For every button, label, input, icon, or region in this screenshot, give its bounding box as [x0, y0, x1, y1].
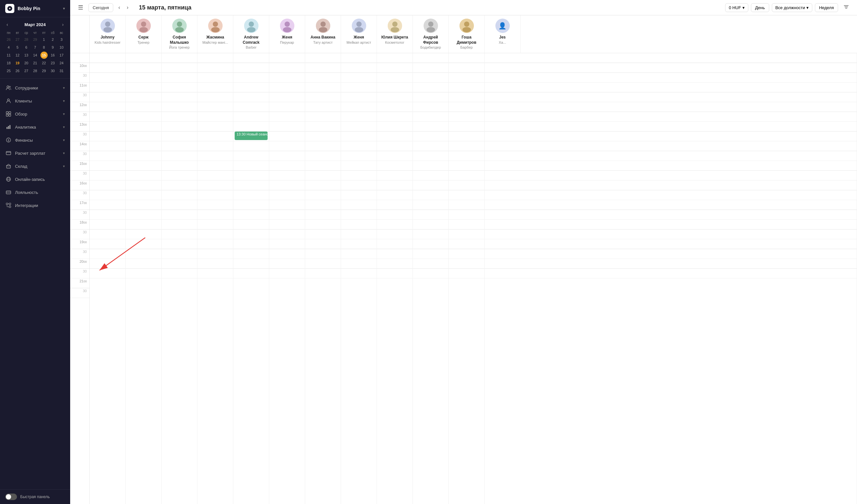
cal-day[interactable]: 27: [23, 67, 30, 74]
grid-col-3[interactable]: [198, 53, 233, 504]
staff-col-yulia[interactable]: Юлия Шкрета Косметолог: [377, 15, 413, 53]
cal-day[interactable]: 20: [23, 60, 30, 67]
cal-day[interactable]: 24: [58, 60, 65, 67]
cal-day[interactable]: 2: [49, 36, 56, 43]
sidebar-collapse-icon[interactable]: ▾: [63, 6, 65, 11]
svg-point-3: [7, 99, 10, 101]
grid-col-0[interactable]: [90, 53, 125, 504]
cal-day[interactable]: 29: [40, 67, 48, 74]
sidebar-item-integrations[interactable]: Интеграции: [0, 199, 70, 212]
sidebar-item-overview[interactable]: Обзор ▾: [0, 107, 70, 120]
sidebar-item-warehouse[interactable]: Склад ▾: [0, 159, 70, 173]
integrations-icon: [5, 202, 12, 208]
cal-day[interactable]: 17: [58, 52, 65, 59]
cal-day[interactable]: 28: [23, 36, 30, 43]
cal-day[interactable]: 16: [49, 52, 56, 59]
cal-day[interactable]: 9: [49, 44, 56, 51]
cal-day[interactable]: 11: [5, 52, 12, 59]
day-view-button[interactable]: День: [751, 3, 769, 12]
filter-button[interactable]: [841, 3, 852, 12]
sidebar-item-finance[interactable]: $ Финансы ▾: [0, 134, 70, 147]
sidebar-item-loyalty[interactable]: Лояльность: [0, 186, 70, 199]
sidebar-item-clients[interactable]: Клиенты ▾: [0, 94, 70, 107]
sidebar-item-payroll[interactable]: Расчет зарплат ▾: [0, 147, 70, 159]
svg-point-53: [356, 21, 362, 27]
cal-day[interactable]: 13: [23, 52, 30, 59]
quick-panel-toggle[interactable]: [5, 493, 17, 500]
dow-tue: вт: [13, 30, 21, 35]
cal-day[interactable]: 29: [32, 36, 39, 43]
grid-col-11[interactable]: [485, 53, 857, 504]
cal-day[interactable]: 30: [49, 67, 56, 74]
grid-col-4-andrew[interactable]: 13:30 Новый сеанс: [233, 53, 269, 504]
calendar-prev-btn[interactable]: ‹: [4, 21, 10, 28]
cal-day[interactable]: 14: [32, 52, 39, 59]
sidebar-item-employees[interactable]: Сотрудники ▾: [0, 81, 70, 94]
staff-col-andrei[interactable]: Андрей Фирсов Бодибилдер: [413, 15, 449, 53]
cal-day[interactable]: 23: [49, 60, 56, 67]
cal-day-today[interactable]: 15: [40, 52, 48, 59]
cal-day[interactable]: 3: [58, 36, 65, 43]
cal-day[interactable]: 12: [14, 52, 21, 59]
toolbar: ☰ Сегодня ‹ › 15 марта, пятница 0 HUF ▾ …: [70, 0, 857, 15]
prev-day-button[interactable]: ‹: [116, 3, 123, 12]
staff-avatar-serzh: [136, 19, 151, 33]
staff-col-sofia[interactable]: София Малышко Йога тренер: [162, 15, 198, 53]
today-button[interactable]: Сегодня: [88, 3, 113, 12]
staff-col-jes[interactable]: Jes Ха...: [485, 15, 521, 53]
sidebar-bottom: Быстрая панель: [0, 489, 70, 504]
sidebar-item-analytics[interactable]: Аналитика ▾: [0, 120, 70, 134]
cal-day[interactable]: 1: [40, 36, 48, 43]
staff-role-jes: Ха...: [499, 40, 506, 45]
sidebar-item-online-booking[interactable]: Онлайн-запись: [0, 173, 70, 186]
week-view-button[interactable]: Неделя: [815, 3, 838, 12]
cal-day[interactable]: 19: [14, 60, 21, 67]
appointment-new-session[interactable]: 13:30 Новый сеанс: [235, 132, 268, 140]
cal-day[interactable]: 25: [5, 67, 12, 74]
grid-col-7[interactable]: [341, 53, 377, 504]
grid-col-9[interactable]: [413, 53, 449, 504]
huf-selector[interactable]: 0 HUF ▾: [725, 3, 748, 12]
cal-day[interactable]: 10: [58, 44, 65, 51]
cal-day[interactable]: 31: [58, 67, 65, 74]
analytics-icon: [5, 124, 12, 130]
cal-day[interactable]: 7: [32, 44, 39, 51]
cal-day[interactable]: 6: [23, 44, 30, 51]
grid-col-1[interactable]: [125, 53, 162, 504]
cal-day[interactable]: 21: [32, 60, 39, 67]
cal-day[interactable]: 26: [5, 36, 12, 43]
staff-col-gosha[interactable]: Гоша Димитров Барбер: [449, 15, 485, 53]
svg-point-45: [247, 27, 255, 32]
cal-day[interactable]: 8: [40, 44, 48, 51]
cal-day[interactable]: 26: [14, 67, 21, 74]
cal-day[interactable]: 5: [14, 44, 21, 51]
sidebar-header[interactable]: Bobby Pin ▾: [0, 0, 70, 17]
integrations-label: Интеграции: [15, 203, 65, 208]
grid-col-2[interactable]: [162, 53, 198, 504]
menu-button[interactable]: ☰: [75, 3, 86, 12]
calendar-next-btn[interactable]: ›: [60, 21, 66, 28]
grid-col-8[interactable]: [377, 53, 413, 504]
cal-day[interactable]: 22: [40, 60, 48, 67]
grid-col-5[interactable]: [269, 53, 305, 504]
svg-point-47: [285, 21, 290, 27]
staff-col-zhasmina[interactable]: Жасмина Майстер мані...: [198, 15, 233, 53]
staff-col-johnny[interactable]: Johnny Kids hairdresser: [90, 15, 125, 53]
cal-day[interactable]: 27: [14, 36, 21, 43]
staff-role-andrei: Бодибилдер: [420, 45, 441, 50]
cal-day[interactable]: 28: [32, 67, 39, 74]
cal-day[interactable]: 18: [5, 60, 12, 67]
staff-col-zhenya2[interactable]: Женя Мейкап артист: [341, 15, 377, 53]
next-day-button[interactable]: ›: [124, 3, 131, 12]
calendar-scroll[interactable]: 1000 30 1100 30 1200 30 1300 30 1400 30 …: [70, 53, 857, 504]
grid-col-10[interactable]: [449, 53, 485, 504]
cal-day[interactable]: 4: [5, 44, 12, 51]
roles-selector[interactable]: Все должности ▾: [772, 3, 812, 12]
svg-point-56: [392, 21, 398, 27]
staff-col-anna[interactable]: Анна Вакина Тату артист: [305, 15, 341, 53]
staff-col-serzh[interactable]: Серж Тренер: [125, 15, 162, 53]
grid-col-6[interactable]: [305, 53, 341, 504]
staff-col-zhenya1[interactable]: Женя Перукар: [269, 15, 305, 53]
analytics-chevron: ▾: [63, 125, 65, 129]
staff-col-andrew[interactable]: Andrew Comrack Barber: [233, 15, 269, 53]
